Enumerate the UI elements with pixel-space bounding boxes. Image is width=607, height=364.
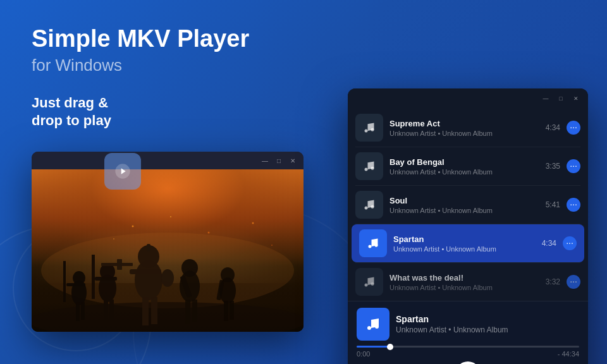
svg-point-39	[252, 222, 254, 224]
progress-dot	[387, 344, 393, 350]
svg-rect-20	[151, 297, 157, 324]
track-more-btn-3[interactable]: ···	[567, 198, 580, 212]
file-icon-play	[104, 153, 141, 190]
subtitle: for Windows	[32, 56, 297, 75]
track-meta-3: Unknown Artist • Unknown Album	[389, 207, 539, 214]
svg-rect-27	[185, 300, 190, 324]
track-item-spartan[interactable]: Spartan Unknown Artist • Unknown Album 4…	[352, 224, 584, 262]
svg-rect-21	[130, 269, 161, 274]
svg-rect-18	[147, 244, 150, 252]
now-playing-title: Spartan	[396, 314, 579, 324]
track-duration-4: 4:34	[542, 239, 556, 248]
progress-times: 0:00 - 44:34	[357, 350, 579, 358]
track-thumb-2	[355, 152, 383, 180]
svg-point-42	[371, 128, 374, 131]
track-item-soul[interactable]: Soul Unknown Artist • Unknown Album 5:41…	[348, 186, 588, 224]
video-close-btn[interactable]: ✕	[288, 156, 297, 165]
video-titlebar: — □ ✕	[32, 152, 304, 169]
svg-rect-13	[109, 300, 114, 320]
progress-bar-fill	[357, 346, 390, 348]
svg-point-47	[369, 245, 372, 248]
track-info-1: Supreme Act Unknown Artist • Unknown Alb…	[389, 119, 539, 137]
track-more-btn-4[interactable]: ···	[563, 236, 577, 250]
track-thumb-4	[359, 229, 387, 257]
player-window: — □ ✕ Supreme Act Unknown Artist • Unkno…	[348, 88, 588, 364]
svg-point-38	[113, 238, 114, 240]
track-name-5: What was the deal!	[389, 273, 539, 282]
progress-bar-track[interactable]	[357, 346, 579, 348]
track-thumb-5	[355, 268, 383, 296]
scene-svg	[32, 169, 304, 332]
track-duration-1: 4:34	[546, 123, 560, 132]
video-minimize-btn[interactable]: —	[261, 156, 269, 165]
track-meta-2: Unknown Artist • Unknown Album	[389, 168, 539, 176]
player-minimize-btn[interactable]: —	[541, 94, 550, 103]
track-item-supreme-act[interactable]: Supreme Act Unknown Artist • Unknown Alb…	[348, 109, 588, 147]
svg-point-49	[365, 284, 368, 287]
svg-point-37	[208, 232, 210, 234]
play-button[interactable]	[455, 361, 481, 364]
player-maximize-btn[interactable]: □	[556, 94, 565, 103]
svg-rect-12	[104, 300, 108, 322]
svg-rect-19	[142, 297, 149, 325]
player-close-btn[interactable]: ✕	[572, 94, 580, 103]
video-maximize-btn[interactable]: □	[274, 156, 283, 165]
track-more-btn-1[interactable]: ···	[567, 121, 580, 135]
svg-point-45	[365, 207, 368, 210]
track-item-bay-of-bengal[interactable]: Bay of Bengal Unknown Artist • Unknown A…	[348, 147, 588, 185]
svg-rect-14	[95, 277, 117, 281]
track-name-3: Soul	[389, 196, 539, 205]
current-time: 0:00	[357, 350, 370, 358]
svg-point-3	[32, 302, 304, 332]
track-thumb-1	[355, 114, 383, 142]
total-time: - 44:34	[558, 350, 579, 358]
track-info-5: What was the deal! Unknown Artist • Unkn…	[389, 273, 539, 291]
svg-point-24	[161, 269, 174, 287]
svg-point-50	[371, 282, 374, 286]
svg-point-36	[170, 216, 171, 217]
tagline: Just drag &drop to play	[32, 94, 297, 130]
svg-rect-32	[224, 301, 228, 321]
svg-point-48	[375, 244, 378, 247]
svg-point-26	[181, 259, 198, 277]
now-playing-top: Spartan Unknown Artist • Unknown Album	[357, 308, 579, 341]
track-info-2: Bay of Bengal Unknown Artist • Unknown A…	[389, 157, 539, 176]
svg-rect-28	[192, 300, 197, 322]
now-playing-info: Spartan Unknown Artist • Unknown Album	[396, 314, 579, 334]
track-item-what-was-the-deal[interactable]: What was the deal! Unknown Artist • Unkn…	[348, 263, 588, 301]
progress-section: 0:00 - 44:34	[357, 346, 579, 358]
now-playing-bar: Spartan Unknown Artist • Unknown Album 0…	[348, 301, 588, 364]
svg-point-5	[73, 271, 85, 285]
svg-rect-7	[81, 302, 85, 320]
track-meta-4: Unknown Artist • Unknown Album	[393, 245, 536, 253]
track-more-btn-2[interactable]: ···	[567, 159, 580, 173]
svg-rect-6	[76, 302, 80, 321]
track-duration-5: 3:32	[546, 277, 560, 286]
svg-point-43	[365, 168, 368, 171]
track-duration-2: 3:35	[546, 162, 560, 171]
svg-point-41	[365, 130, 368, 133]
track-more-btn-5[interactable]: ···	[567, 275, 580, 289]
track-info-3: Soul Unknown Artist • Unknown Album	[389, 196, 539, 214]
track-info-4: Spartan Unknown Artist • Unknown Album	[393, 234, 536, 253]
track-name-1: Supreme Act	[389, 119, 539, 128]
svg-rect-9	[63, 261, 66, 302]
svg-rect-33	[230, 301, 234, 320]
main-title: Simple MKV Player	[32, 25, 297, 53]
svg-rect-23	[117, 259, 122, 270]
track-name-4: Spartan	[393, 234, 536, 244]
svg-point-46	[371, 205, 374, 209]
svg-point-35	[132, 226, 134, 228]
track-duration-3: 5:41	[546, 200, 560, 209]
svg-point-40	[271, 245, 273, 246]
now-playing-thumbnail	[357, 308, 389, 341]
track-list: Supreme Act Unknown Artist • Unknown Alb…	[348, 109, 588, 301]
track-meta-5: Unknown Artist • Unknown Album	[389, 284, 539, 291]
track-thumb-3	[355, 191, 383, 219]
svg-point-52	[375, 325, 379, 329]
svg-rect-8	[66, 283, 85, 286]
now-playing-meta: Unknown Artist • Unknown Album	[396, 325, 579, 334]
svg-rect-15	[92, 255, 95, 299]
playback-controls	[357, 361, 579, 364]
svg-point-51	[367, 326, 371, 330]
